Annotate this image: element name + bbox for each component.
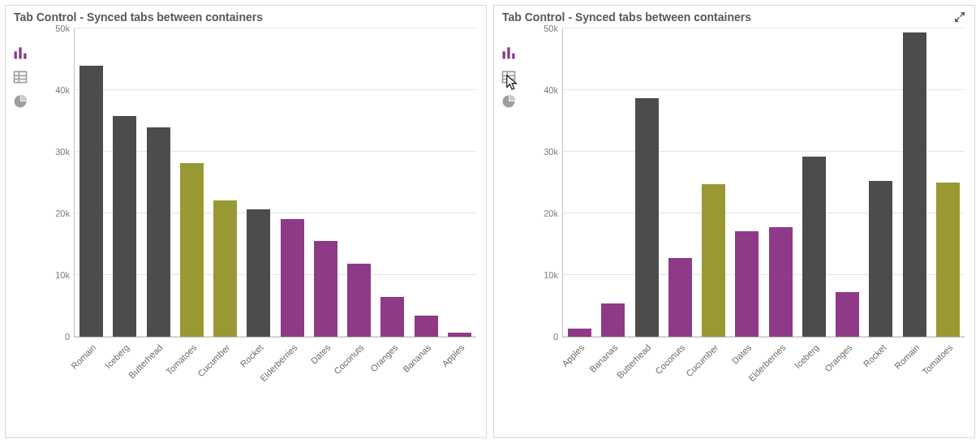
bar-slot (596, 28, 630, 337)
bar[interactable] (702, 184, 725, 337)
bar[interactable] (448, 333, 471, 337)
panel-body: 010k20k30k40k50k RomainIcebergButterhead… (6, 25, 486, 432)
bar[interactable] (247, 209, 270, 337)
svg-rect-3 (15, 71, 27, 82)
svg-rect-9 (512, 54, 514, 59)
bar[interactable] (113, 116, 136, 337)
chart-area: 010k20k30k40k50k RomainIcebergButterhead… (35, 25, 486, 432)
panel-right: Tab Control - Synced tabs between contai… (493, 5, 975, 438)
x-label-slot: Tomatoes (931, 338, 965, 394)
bar[interactable] (668, 258, 692, 337)
side-tabs (494, 25, 523, 432)
x-tick-label: Iceberg (793, 342, 820, 370)
bar[interactable] (80, 66, 103, 337)
table-icon[interactable] (501, 69, 517, 85)
bar-slot (108, 28, 141, 337)
y-tick-label: 20k (531, 209, 558, 218)
bar[interactable] (601, 303, 625, 337)
bar[interactable] (180, 163, 204, 337)
bar-slot (75, 28, 108, 337)
bar-slot (443, 28, 476, 337)
y-tick-label: 30k (531, 147, 558, 157)
bar-slot (276, 28, 309, 337)
bar-slot (864, 28, 897, 337)
bar[interactable] (281, 219, 304, 337)
x-label-slot: Oranges (831, 338, 864, 394)
expand-icon[interactable] (953, 11, 966, 24)
bar[interactable] (936, 183, 960, 337)
svg-rect-0 (15, 51, 17, 58)
bar[interactable] (380, 297, 404, 337)
panel-title: Tab Control - Synced tabs between contai… (502, 11, 751, 24)
bar[interactable] (568, 329, 591, 337)
x-axis-labels: ApplesBananasButterheadCoconutsCucumberD… (562, 338, 965, 394)
bar-slot (410, 28, 443, 337)
y-tick-label: 40k (531, 85, 558, 95)
x-axis-labels: RomainIcebergButterheadTomatoesCucumberR… (74, 338, 476, 394)
bar-slot (831, 28, 864, 337)
bar[interactable] (314, 241, 337, 337)
pie-chart-icon[interactable] (501, 93, 517, 110)
x-tick-label: Dates (309, 342, 333, 366)
svg-rect-1 (19, 47, 21, 58)
bar[interactable] (635, 98, 659, 337)
x-label-slot: Bananas (409, 338, 442, 394)
bar[interactable] (869, 181, 892, 337)
bar-slot (697, 28, 730, 337)
bar[interactable] (735, 231, 759, 337)
bar-slot (630, 28, 664, 337)
chart-area: 010k20k30k40k50k ApplesBananasButterhead… (523, 25, 974, 432)
y-tick-label: 50k (531, 24, 558, 33)
x-tick-label: Dates (730, 342, 754, 366)
bar-slot (797, 28, 831, 337)
x-label-slot: Elderberries (275, 338, 308, 394)
side-tabs (6, 25, 35, 432)
y-tick-label: 40k (42, 85, 70, 95)
x-label-slot: Rocket (864, 338, 897, 394)
bar[interactable] (147, 127, 170, 337)
bar-slot (563, 28, 596, 337)
x-label-slot: Apples (443, 338, 476, 394)
x-tick-label: Iceberg (103, 342, 131, 370)
svg-rect-2 (24, 54, 26, 59)
bars (75, 28, 476, 337)
bar[interactable] (213, 200, 237, 337)
bar-slot (730, 28, 763, 337)
chart-plot: 010k20k30k40k50k (74, 28, 476, 338)
panel-body: 010k20k30k40k50k ApplesBananasButterhead… (494, 25, 974, 432)
bar[interactable] (347, 264, 371, 337)
svg-rect-8 (507, 47, 509, 58)
x-label-slot: Cucumber (696, 338, 729, 394)
y-tick-label: 30k (42, 147, 70, 157)
bar[interactable] (802, 157, 826, 337)
bar-slot (242, 28, 275, 337)
y-tick-label: 0 (42, 332, 70, 342)
bar-slot (898, 28, 931, 337)
bar[interactable] (769, 227, 793, 337)
panel-header: Tab Control - Synced tabs between contai… (6, 6, 486, 25)
x-label-slot: Cucumber (208, 338, 241, 394)
bar[interactable] (415, 316, 438, 337)
bar[interactable] (903, 32, 926, 337)
bar-chart-icon[interactable] (501, 45, 517, 61)
bar-slot (931, 28, 965, 337)
table-icon[interactable] (12, 69, 28, 85)
bar-slot (208, 28, 242, 337)
y-tick-label: 0 (531, 332, 558, 342)
pie-chart-icon[interactable] (12, 93, 28, 110)
bar-chart-icon[interactable] (12, 45, 28, 61)
panel-left: Tab Control - Synced tabs between contai… (5, 5, 487, 438)
bar-slot (764, 28, 797, 337)
x-label-slot: Romain (74, 338, 107, 394)
x-tick-label: Apples (440, 342, 466, 368)
panel-header: Tab Control - Synced tabs between contai… (494, 6, 974, 25)
y-tick-label: 20k (42, 209, 70, 218)
panel-title: Tab Control - Synced tabs between contai… (14, 11, 263, 24)
x-label-slot: Elderberries (763, 338, 797, 394)
y-tick-label: 50k (42, 24, 70, 33)
svg-rect-7 (503, 51, 505, 58)
bar[interactable] (836, 292, 859, 337)
y-tick-label: 10k (531, 270, 558, 280)
x-tick-label: Rocket (861, 342, 888, 369)
x-tick-label: Rocket (239, 342, 265, 369)
